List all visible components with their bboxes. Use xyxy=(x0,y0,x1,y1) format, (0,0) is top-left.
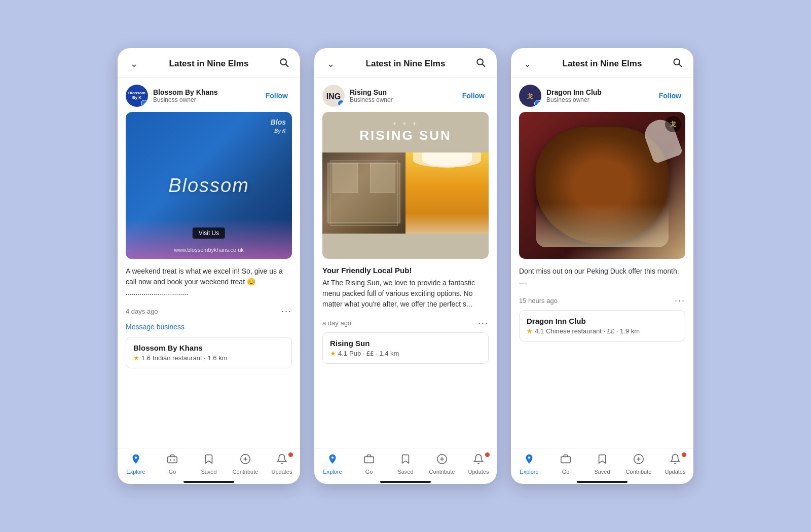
explore-icon-rising xyxy=(327,453,338,467)
explore-icon-dragon xyxy=(524,453,535,467)
header-title-blossom: Latest in Nine Elms xyxy=(140,59,278,69)
header-rising: ⌄ Latest in Nine Elms xyxy=(314,48,497,78)
verified-icon-rising: ✓ xyxy=(338,100,345,107)
blossom-flowers-decoration xyxy=(126,218,292,259)
rising-logo-panel: ☀ ☀ ☀ RISING SUN xyxy=(322,112,489,153)
nav-contribute-blossom[interactable]: Contribute xyxy=(230,453,261,475)
nav-go-rising[interactable]: Go xyxy=(354,453,384,475)
nav-saved-blossom[interactable]: Saved xyxy=(194,453,224,475)
website-text-blossom: www.blossombykhans.co.uk xyxy=(174,247,244,253)
avatar-blossom[interactable]: BlossomBy K ✓ xyxy=(126,85,148,107)
more-options-dragon[interactable]: ··· xyxy=(675,295,685,306)
updates-label-rising: Updates xyxy=(468,469,489,475)
svg-line-9 xyxy=(483,64,485,67)
more-options-rising[interactable]: ··· xyxy=(478,318,489,328)
post-text-rising: Your Friendly Local Pub! At The Rising S… xyxy=(314,259,497,313)
chevron-down-icon-rising[interactable]: ⌄ xyxy=(324,58,337,69)
post-time-blossom: 4 days ago xyxy=(126,308,158,315)
biz-card-details-blossom: ★ 1.6 Indian restaurant · 1.6 km xyxy=(133,354,284,362)
contribute-label-blossom: Contribute xyxy=(233,469,259,475)
biz-card-rating-dragon: 4.1 xyxy=(535,327,544,335)
updates-icon-rising xyxy=(473,453,484,467)
biz-card-type-rising: Pub · ££ · 1.4 km xyxy=(349,350,399,357)
updates-label-blossom: Updates xyxy=(272,469,292,475)
search-icon-dragon[interactable] xyxy=(671,57,683,70)
rising-sun-image-composite: ☀ ☀ ☀ RISING SUN xyxy=(322,112,489,259)
header-blossom: ⌄ Latest in Nine Elms xyxy=(118,48,300,78)
post-image-rising: ☀ ☀ ☀ RISING SUN xyxy=(322,112,489,259)
svg-text:龙: 龙 xyxy=(527,93,534,100)
post-text-blossom: A weekend treat is what we excel in! So,… xyxy=(118,259,300,301)
sunburst-decoration: ☀ ☀ ☀ RISING SUN xyxy=(359,121,452,143)
nav-updates-rising[interactable]: Updates xyxy=(463,453,494,475)
nav-go-blossom[interactable]: Go xyxy=(157,453,188,475)
biz-card-dragon[interactable]: Dragon Inn Club ★ 4.1 Chinese restaurant… xyxy=(519,310,685,341)
contribute-label-rising: Contribute xyxy=(429,469,455,475)
svg-point-3 xyxy=(170,459,171,461)
message-business-blossom[interactable]: Message business xyxy=(118,321,300,337)
nav-saved-rising[interactable]: Saved xyxy=(390,453,421,475)
post-headline-rising: Your Friendly Local Pub! xyxy=(322,266,489,275)
biz-info-blossom: Blossom By Khans Business owner xyxy=(153,88,262,103)
post-time-row-dragon: 15 hours ago ··· xyxy=(511,290,693,310)
header-title-dragon: Latest in Nine Elms xyxy=(533,59,671,69)
star-icon-rising: ★ xyxy=(330,350,336,357)
nav-saved-dragon[interactable]: Saved xyxy=(587,453,617,475)
home-indicator-dragon xyxy=(577,481,628,483)
follow-button-dragon[interactable]: Follow xyxy=(655,90,685,102)
avatar-dragon[interactable]: 龙 ✓ xyxy=(519,85,541,107)
biz-card-name-dragon: Dragon Inn Club xyxy=(527,317,678,325)
svg-line-1 xyxy=(286,64,288,67)
nav-updates-blossom[interactable]: Updates xyxy=(267,453,297,475)
post-time-row-rising: a day ago ··· xyxy=(314,313,497,332)
contribute-label-dragon: Contribute xyxy=(626,469,652,475)
home-indicator-blossom xyxy=(183,481,234,483)
saved-icon-dragon xyxy=(597,453,608,467)
nav-contribute-rising[interactable]: Contribute xyxy=(427,453,457,475)
svg-rect-2 xyxy=(168,457,177,463)
biz-info-rising: Rising Sun Business owner xyxy=(350,88,458,103)
updates-badge-blossom xyxy=(288,452,293,457)
nav-contribute-dragon[interactable]: Contribute xyxy=(623,453,654,475)
search-icon-rising[interactable] xyxy=(474,57,487,70)
explore-label-dragon: Explore xyxy=(520,469,538,475)
biz-card-blossom[interactable]: Blossom By Khans ★ 1.6 Indian restaurant… xyxy=(126,337,292,368)
verified-icon-blossom: ✓ xyxy=(141,100,148,107)
go-icon xyxy=(167,453,178,467)
nav-explore-dragon[interactable]: Explore xyxy=(514,453,544,475)
post-body-rising: At The Rising Sun, we love to provide a … xyxy=(322,278,489,310)
updates-label-dragon: Updates xyxy=(665,469,686,475)
biz-card-name-blossom: Blossom By Khans xyxy=(133,344,284,352)
updates-badge-dragon xyxy=(682,452,686,457)
follow-button-blossom[interactable]: Follow xyxy=(262,90,292,102)
updates-badge-rising xyxy=(485,452,490,457)
post-time-dragon: 15 hours ago xyxy=(519,297,558,305)
explore-label-blossom: Explore xyxy=(126,469,145,475)
visit-us-banner: Visit Us xyxy=(193,227,225,239)
follow-button-rising[interactable]: Follow xyxy=(458,90,489,102)
go-label-blossom: Go xyxy=(169,469,176,475)
svg-text:ING: ING xyxy=(326,92,341,101)
nav-explore-blossom[interactable]: Explore xyxy=(121,453,151,475)
biz-row-dragon: 龙 ✓ Dragon Inn Club Business owner Follo… xyxy=(511,78,693,112)
nav-go-dragon[interactable]: Go xyxy=(550,453,581,475)
chevron-down-icon[interactable]: ⌄ xyxy=(128,58,140,69)
search-icon[interactable] xyxy=(278,57,290,70)
svg-rect-12 xyxy=(364,457,374,463)
nav-explore-rising[interactable]: Explore xyxy=(317,453,348,475)
saved-label-dragon: Saved xyxy=(594,469,610,475)
biz-card-details-dragon: ★ 4.1 Chinese restaurant · ££ · 1.9 km xyxy=(527,327,678,335)
chevron-down-icon-dragon[interactable]: ⌄ xyxy=(521,58,533,69)
more-options-blossom[interactable]: ··· xyxy=(281,306,292,317)
phone-rising: ⌄ Latest in Nine Elms ING ✓ Rising Sun xyxy=(314,48,497,484)
biz-role-blossom: Business owner xyxy=(153,96,262,103)
phone-dragon: ⌄ Latest in Nine Elms 龙 ✓ Dragon Inn C xyxy=(511,48,693,484)
biz-card-rating-blossom: 1.6 xyxy=(141,354,151,362)
verified-icon-dragon: ✓ xyxy=(534,100,541,107)
post-text-dragon: Dont miss out on our Peking Duck offer t… xyxy=(511,259,693,290)
avatar-rising[interactable]: ING ✓ xyxy=(322,85,345,107)
nav-updates-dragon[interactable]: Updates xyxy=(660,453,690,475)
biz-card-details-rising: ★ 4.1 Pub · ££ · 1.4 km xyxy=(330,350,481,357)
biz-card-rising[interactable]: Rising Sun ★ 4.1 Pub · ££ · 1.4 km xyxy=(322,332,489,364)
svg-rect-20 xyxy=(561,457,570,463)
